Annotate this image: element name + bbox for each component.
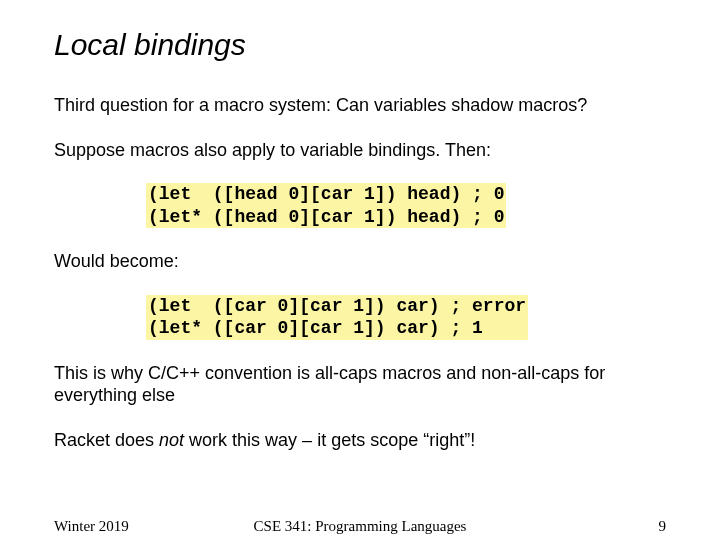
footer-course: CSE 341: Programming Languages	[54, 518, 666, 535]
racket-not-emph: not	[159, 430, 184, 450]
code-block-original: (let ([head 0][car 1]) head) ; 0 (let* (…	[146, 183, 506, 228]
would-become-line: Would become:	[54, 250, 666, 273]
footer-page: 9	[659, 518, 667, 535]
cpp-convention-line: This is why C/C++ convention is all-caps…	[54, 362, 666, 407]
code-block-expanded: (let ([car 0][car 1]) car) ; error (let*…	[146, 295, 528, 340]
racket-post: work this way – it gets scope “right”!	[184, 430, 475, 450]
slide-title: Local bindings	[54, 28, 666, 62]
question-line: Third question for a macro system: Can v…	[54, 94, 666, 117]
suppose-line: Suppose macros also apply to variable bi…	[54, 139, 666, 162]
racket-line: Racket does not work this way – it gets …	[54, 429, 666, 452]
slide: Local bindings Third question for a macr…	[0, 0, 720, 540]
racket-pre: Racket does	[54, 430, 159, 450]
